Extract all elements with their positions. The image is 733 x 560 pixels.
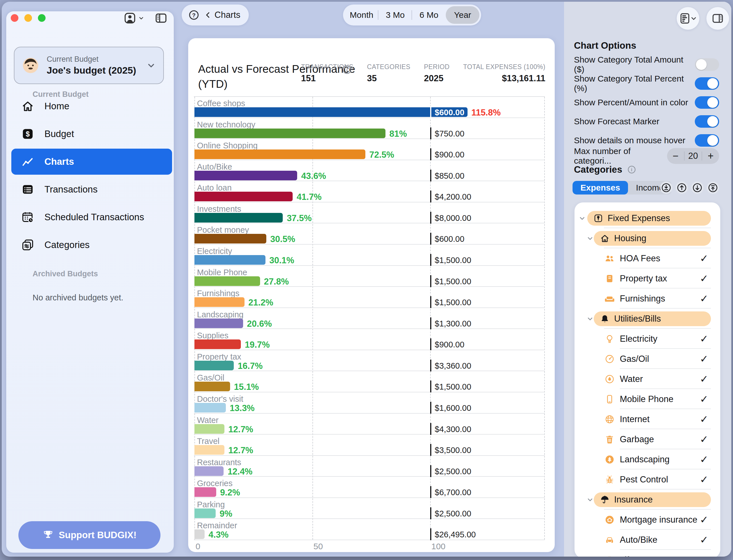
chevron-down-icon[interactable] xyxy=(586,235,594,242)
zoom-button[interactable] xyxy=(38,14,46,22)
actual-bar[interactable] xyxy=(195,508,216,518)
chart-row-auto-loan[interactable]: Auto loan$4,200.0041.7% xyxy=(194,181,545,202)
close-button[interactable] xyxy=(11,14,18,22)
actual-bar[interactable] xyxy=(195,276,260,286)
category-mobile-phone[interactable]: Mobile Phone✓ xyxy=(574,389,720,409)
chart-row-electricity[interactable]: Electricity$1,500.0030.1% xyxy=(194,245,545,266)
info-icon[interactable]: i xyxy=(627,165,636,174)
sidebar-item-categories[interactable]: Categories xyxy=(11,231,172,259)
actual-bar[interactable] xyxy=(195,487,216,497)
check-icon[interactable]: ✓ xyxy=(700,353,708,365)
actual-bar[interactable] xyxy=(195,129,385,138)
actual-bar[interactable] xyxy=(195,234,266,243)
chart-row-remainder[interactable]: Remainder$26,495.004.3% xyxy=(194,519,545,540)
actual-bar[interactable] xyxy=(195,445,225,455)
category-insurance[interactable]: Insurance xyxy=(574,490,720,510)
category-internet[interactable]: Internet✓ xyxy=(574,409,720,429)
sidebar-item-charts[interactable]: Charts xyxy=(11,149,172,175)
move-up-button[interactable] xyxy=(676,181,688,194)
chart-row-new-technology[interactable]: New technology$750.0081% xyxy=(194,118,545,139)
actual-bar[interactable] xyxy=(195,403,226,412)
toggle-show-percent-amount-in-color[interactable] xyxy=(695,96,719,109)
check-icon[interactable]: ✓ xyxy=(700,253,708,264)
check-icon[interactable]: ✓ xyxy=(700,293,708,305)
segment-year[interactable]: Year xyxy=(446,6,479,24)
minus-button[interactable]: − xyxy=(667,149,684,163)
actual-bar[interactable] xyxy=(195,339,241,349)
sidebar-toggle-icon[interactable] xyxy=(155,12,168,25)
chart-row-pocket-money[interactable]: Pocket money$600.0030.5% xyxy=(194,223,545,245)
category-gas-oil[interactable]: Gas/Oil✓ xyxy=(574,349,720,369)
help-icon[interactable]: ? xyxy=(188,9,200,21)
chart-row-mobile-phone[interactable]: Mobile Phone$1,500.0027.8% xyxy=(194,266,545,287)
chart-row-travel[interactable]: Travel$3,500.0012.7% xyxy=(194,435,545,456)
actual-bar[interactable] xyxy=(195,382,230,391)
chart-row-auto-bike[interactable]: Auto/Bike$850.0043.6% xyxy=(194,160,545,181)
check-icon[interactable]: ✓ xyxy=(700,554,708,557)
check-icon[interactable]: ✓ xyxy=(700,393,708,405)
tab-expenses[interactable]: Expenses xyxy=(572,181,628,194)
check-icon[interactable]: ✓ xyxy=(700,454,708,465)
plus-button[interactable]: + xyxy=(702,149,719,163)
actual-bar[interactable] xyxy=(195,107,467,117)
toggle-show-details-on-mouse-hover[interactable] xyxy=(695,134,719,147)
actual-bar[interactable] xyxy=(195,297,245,307)
category-furnishings[interactable]: Furnishings✓ xyxy=(574,288,720,309)
chart-row-doctor-s-visit[interactable]: Doctor's visit$1,600.0013.3% xyxy=(194,392,545,414)
segment-month[interactable]: Month xyxy=(345,6,378,24)
toggle-show-category-total-percent[interactable] xyxy=(695,77,719,90)
category-property-tax[interactable]: Property tax✓ xyxy=(574,268,720,288)
segment-3-mo[interactable]: 3 Mo xyxy=(378,6,412,24)
category-water[interactable]: Water✓ xyxy=(574,369,720,389)
chart-row-supplies[interactable]: Supplies$900.0019.7% xyxy=(194,329,545,350)
chevron-down-icon[interactable] xyxy=(586,315,594,322)
check-icon[interactable]: ✓ xyxy=(700,273,708,285)
segment-6-mo[interactable]: 6 Mo xyxy=(412,6,446,24)
chart-row-groceries[interactable]: Groceries$6,700.009.2% xyxy=(194,477,545,498)
check-icon[interactable]: ✓ xyxy=(700,373,708,385)
actual-bar[interactable] xyxy=(195,149,366,159)
actual-bar[interactable] xyxy=(195,192,293,201)
support-budgix-button[interactable]: Support BUDGIX! xyxy=(18,521,161,549)
chart-row-parking[interactable]: Parking$2,500.009% xyxy=(194,498,545,519)
toggle-show-forecast-marker[interactable] xyxy=(695,115,719,128)
category-electricity[interactable]: Electricity✓ xyxy=(574,329,720,349)
move-to-top-button[interactable] xyxy=(707,181,719,194)
chart-row-property-tax[interactable]: Property tax$3,360.0016.7% xyxy=(194,350,545,371)
category-landscaping[interactable]: Landscaping✓ xyxy=(574,449,720,469)
sidebar-item-home[interactable]: Home xyxy=(11,92,172,120)
chart-row-investments[interactable]: Investments$8,000.0037.5% xyxy=(194,202,545,224)
sidebar-item-budget[interactable]: $Budget xyxy=(11,120,172,148)
actual-bar[interactable] xyxy=(195,424,225,434)
category-pill[interactable]: Housing xyxy=(594,231,711,246)
category-garbage[interactable]: Garbage✓ xyxy=(574,429,720,449)
check-icon[interactable]: ✓ xyxy=(700,534,708,546)
actual-bar[interactable] xyxy=(195,213,283,223)
check-icon[interactable]: ✓ xyxy=(700,333,708,345)
category-hoa-fees[interactable]: HOA Fees✓ xyxy=(574,248,720,268)
panel-toggle-button[interactable] xyxy=(706,7,729,30)
chart-row-furnishings[interactable]: Furnishings$1,500.0021.2% xyxy=(194,287,545,308)
category-pill[interactable]: Fixed Expenses xyxy=(587,211,711,226)
back-button[interactable]: ? Charts xyxy=(182,5,249,25)
move-to-bottom-button[interactable] xyxy=(660,181,672,194)
chevron-down-icon[interactable] xyxy=(578,215,586,222)
category-pill[interactable]: Insurance xyxy=(594,492,711,507)
category-utilities-bills[interactable]: Utilities/Bills xyxy=(574,309,720,329)
actual-bar[interactable] xyxy=(195,529,205,539)
budget-selector[interactable]: Current Budget Joe's budget (2025) xyxy=(14,47,164,84)
chart-row-coffee-shops[interactable]: Coffee shops$600.00115.8% xyxy=(194,97,545,118)
category-pest-control[interactable]: Pest Control✓ xyxy=(574,469,720,490)
chevron-down-icon[interactable] xyxy=(586,496,594,503)
chart-row-online-shopping[interactable]: Online Shopping$900.0072.5% xyxy=(194,139,545,160)
category-fixed-expenses[interactable]: Fixed Expenses xyxy=(574,208,720,228)
toggle-show-category-total-amount[interactable] xyxy=(695,58,719,71)
check-icon[interactable]: ✓ xyxy=(700,413,708,425)
chart-row-landscaping[interactable]: Landscaping$1,300.0020.6% xyxy=(194,308,545,329)
check-icon[interactable]: ✓ xyxy=(700,433,708,445)
actual-bar[interactable] xyxy=(195,466,224,476)
actual-bar[interactable] xyxy=(195,255,266,265)
chart-row-restaurants[interactable]: Restaurants$2,500.0012.4% xyxy=(194,456,545,477)
category-life[interactable]: Life✓ xyxy=(574,550,720,557)
actual-bar[interactable] xyxy=(195,319,243,328)
